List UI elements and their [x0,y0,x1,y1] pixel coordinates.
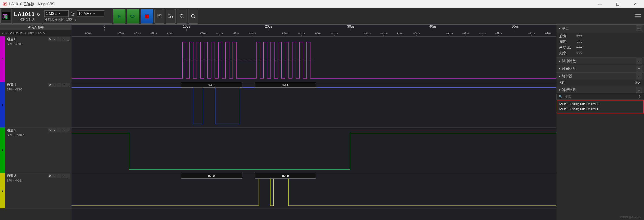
channel-trigger-high-button[interactable]: ‾ [57,174,61,178]
channel-header-row: 3 通道 3 SPI - MOSI ⚙ ⌐ ‾ ¬ _ [0,173,72,209]
channel-index-badge: 2 [0,127,5,173]
measure-key: 脉宽: [559,34,574,39]
channel-trigger-low-button[interactable]: _ [66,83,70,87]
channel-index-badge: 0 [0,36,5,82]
sample-rate-select[interactable]: 10 MHz▼ [77,10,104,17]
result-row[interactable]: MOSI: 0x00; MISO: 0xD0 [559,102,641,107]
waveform-area[interactable]: 010us20us30us40us50us +8us+2us+4us+6us+8… [72,25,556,220]
ruler-minor-label: +2us [528,31,535,35]
channel-index-badge: 1 [0,82,5,127]
channel-trigger-fall-button[interactable]: ¬ [62,174,66,178]
results-section-header[interactable]: ▼ 解析结果 [556,86,644,94]
channel-header[interactable]: 通道 3 SPI - MOSI ⚙ ⌐ ‾ ¬ _ [5,173,72,208]
device-settings-button[interactable] [36,12,40,17]
device-subtitle: 逻辑分析仪 [14,17,40,21]
pulse-count-section-header[interactable]: ▼ 脉冲计数 ＋ [556,57,644,65]
gear-icon [36,12,40,16]
decoded-byte-bubble[interactable]: 0x58 [255,173,316,179]
ruler-major-label: 10us [183,25,190,28]
channel-trigger-rise-button[interactable]: ⌐ [52,83,56,87]
zoom-region-button[interactable] [166,9,176,24]
ruler-minor-label: +8us [249,31,256,35]
pulse-count-title: 脉冲计数 [562,59,576,63]
device-name: LA1010 [14,11,35,17]
channel-settings-button[interactable]: ⚙ [48,174,52,178]
waveform-row[interactable] [72,36,556,82]
measure-key: 周期: [559,39,574,44]
svg-text:T: T [158,15,160,18]
waveform-row[interactable] [72,128,556,173]
stop-button[interactable] [140,9,153,24]
pulse-add-button[interactable]: ＋ [636,58,642,64]
zoom-out-button[interactable] [177,9,187,24]
decoder-item-remove-button[interactable]: ✕ [638,81,641,85]
device-logo-block [0,9,12,24]
window-close-button[interactable]: ✕ [631,1,640,7]
measure-body: 脉宽:###周期:###占空比:###频率:### [556,32,644,57]
channel-trigger-high-button[interactable]: ‾ [57,37,61,41]
channel-trigger-rise-button[interactable]: ⌐ [52,37,56,41]
svg-line-6 [172,18,173,18]
measure-row: 占空比:### [559,45,641,50]
waveform-logo-icon [2,12,10,20]
channel-settings-button[interactable]: ⚙ [48,83,52,87]
channel-trigger-high-button[interactable]: ‾ [57,83,61,87]
decoded-byte-bubble[interactable]: 0xFF [255,82,316,88]
channel-trigger-fall-button[interactable]: ¬ [62,37,66,41]
gear-icon [638,88,640,91]
ruler-minor-label: +6us [232,31,239,35]
play-icon [117,14,122,19]
channel-settings-button[interactable]: ⚙ [48,128,52,132]
channel-header[interactable]: 通道 0 SPI - Clock ⚙ ⌐ ‾ ¬ _ [5,36,72,82]
results-settings-button[interactable] [636,87,642,93]
decoder-item-settings-button[interactable] [635,81,638,85]
time-ruler[interactable]: 010us20us30us40us50us +8us+2us+4us+6us+8… [72,25,556,36]
ruler-minor-label: +2us [282,31,289,35]
window-maximize-button[interactable]: ▢ [614,1,622,7]
channel-trigger-fall-button[interactable]: ¬ [62,128,66,132]
run-button[interactable] [113,9,126,24]
measure-value: ### [576,34,582,39]
channel-trigger-rise-button[interactable]: ⌐ [52,128,56,132]
io-standard-label: I/O电平标准 [0,25,72,29]
results-search-input[interactable] [564,95,637,99]
decoder-add-button[interactable]: ＋ [636,73,642,79]
channel-settings-button[interactable]: ⚙ [48,37,52,41]
channel-trigger-low-button[interactable]: _ [66,128,70,132]
time-ruler-section-header[interactable]: ▼ 时间标尺 ＋ [556,65,644,72]
zoom-region-icon [168,14,174,19]
svg-line-13 [194,17,195,18]
channel-trigger-fall-button[interactable]: ¬ [62,83,66,87]
ruler-add-button[interactable]: ＋ [636,66,642,71]
zoom-in-button[interactable] [188,9,198,24]
sample-depth-select[interactable]: 1 MSa▼ [44,10,68,17]
voltage-threshold-row[interactable]: ▼ 3.3V CMOS -> Vth: 1.65 V [0,30,72,36]
channel-trigger-low-button[interactable]: _ [66,37,70,41]
ruler-minor-label: +2us [117,31,124,35]
channel-header[interactable]: 通道 1 SPI - MISO ⚙ ⌐ ‾ ¬ _ [5,82,72,127]
io-standard-header: I/O电平标准 [0,25,72,30]
channel-trigger-rise-button[interactable]: ⌐ [52,174,56,178]
run-loop-button[interactable] [127,9,139,24]
waveform-row[interactable]: 0x000x58 [72,173,556,209]
cursor-mode-button[interactable]: T [154,9,164,24]
channel-header-row: 1 通道 1 SPI - MISO ⚙ ⌐ ‾ ¬ _ [0,82,72,127]
measure-section-header[interactable]: ▼ 测量 [556,25,644,32]
decoded-byte-bubble[interactable]: 0xD0 [181,82,242,88]
decoder-item-spi[interactable]: SPI ✕ [556,80,644,86]
measure-settings-button[interactable] [636,25,642,31]
channel-trigger-low-button[interactable]: _ [66,174,70,178]
zoom-in-icon [191,14,196,19]
decoded-byte-bubble[interactable]: 0x00 [181,173,242,179]
result-row[interactable]: MOSI: 0x58; MISO: 0xFF [559,107,641,112]
channel-header[interactable]: 通道 2 SPI - Enable ⚙ ⌐ ‾ ¬ _ [5,127,72,173]
window-minimize-button[interactable]: — [596,1,604,7]
measure-key: 频率: [559,51,574,56]
results-search: 🔍 2 [556,94,644,100]
channel-trigger-high-button[interactable]: ‾ [57,128,61,132]
sample-depth-value: 1 MSa [46,11,57,16]
chevron-down-icon: ▼ [558,75,560,77]
decoder-section-header[interactable]: ▼ 解析器 ＋ [556,72,644,80]
waveform-row[interactable]: 0xD00xFF [72,82,556,128]
main-menu-button[interactable] [632,8,644,24]
